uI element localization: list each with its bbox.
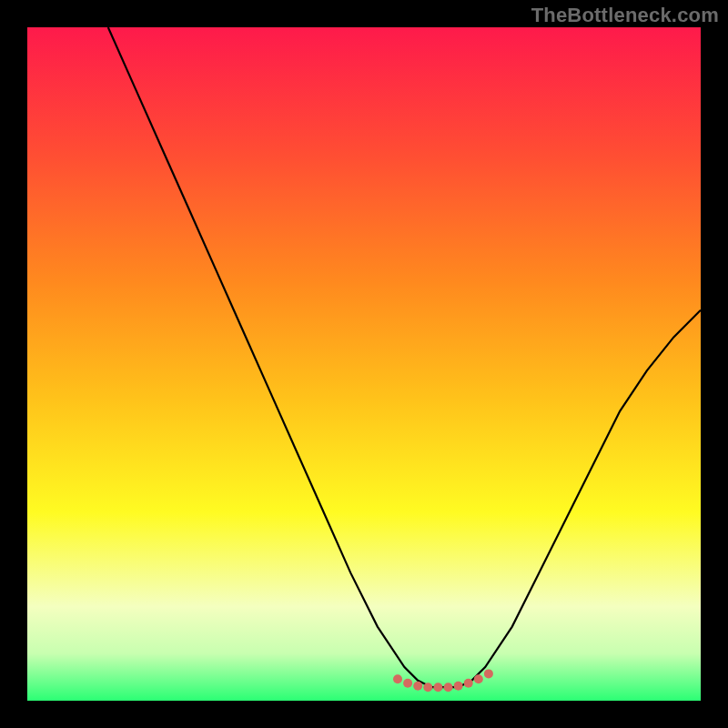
- optimal-marker: [444, 682, 453, 692]
- optimal-marker: [403, 679, 412, 688]
- optimal-marker: [423, 682, 432, 692]
- watermark-text: TheBottleneck.com: [531, 4, 719, 27]
- optimal-marker: [393, 674, 402, 683]
- optimal-marker: [413, 682, 422, 691]
- chart-frame: { "watermark": "TheBottleneck.com", "col…: [0, 0, 728, 728]
- optimal-marker: [464, 679, 473, 688]
- optimal-marker: [484, 669, 493, 678]
- optimal-marker: [433, 682, 442, 692]
- optimal-marker: [454, 682, 463, 691]
- optimal-marker: [474, 674, 483, 683]
- bottleneck-chart: [27, 27, 701, 701]
